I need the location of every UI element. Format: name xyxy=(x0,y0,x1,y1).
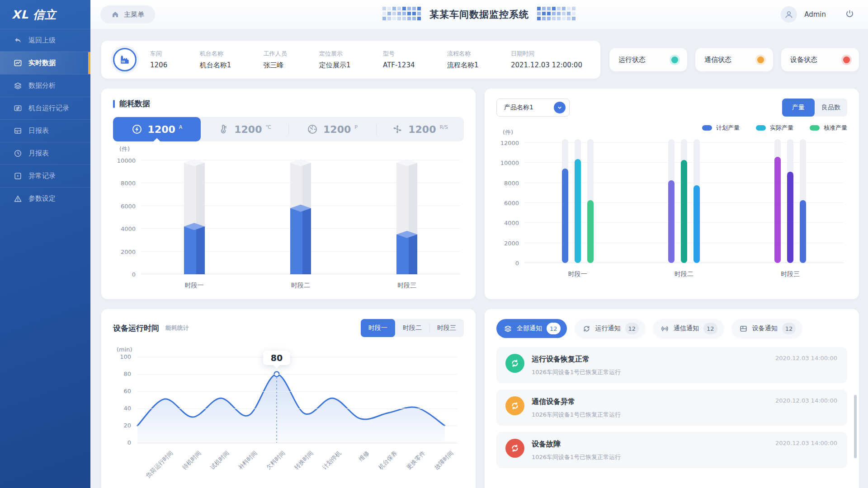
energy-tabs: 1200A1200℃1200P1200R/S xyxy=(113,117,464,141)
bar-wrap xyxy=(787,138,793,263)
notice-tab-label: 运行通知 xyxy=(595,324,621,333)
user-icon xyxy=(784,9,794,19)
x-axis-label: 时段二 xyxy=(291,282,310,290)
toggle-option-1[interactable]: 产量 xyxy=(782,99,815,117)
sidebar-item-5[interactable]: 日报表 xyxy=(0,119,90,142)
notice-scrollbar[interactable] xyxy=(854,395,857,458)
legend-item: 核准产量 xyxy=(810,124,847,132)
title-accent-bar xyxy=(113,100,115,108)
power-button[interactable] xyxy=(845,9,854,20)
notice-list: 运行设备恢复正常1026车间设备1号已恢复正常运行2020.12.03 14:0… xyxy=(496,347,847,468)
sidebar-item-6[interactable]: 月报表 xyxy=(0,142,90,164)
sidebar-item-3[interactable]: 数据分析 xyxy=(0,74,90,97)
notice-title: 运行设备恢复正常 xyxy=(532,355,621,364)
notice-count-badge: 12 xyxy=(547,323,561,334)
status-dot xyxy=(671,56,678,63)
home-icon xyxy=(111,10,119,19)
pressure-icon xyxy=(307,124,318,135)
sidebar-item-label: 异常记录 xyxy=(28,172,56,180)
info-field-5: 型号ATF-1234 xyxy=(383,50,415,70)
status-pill-3[interactable]: 设备状态 xyxy=(781,48,859,71)
y-axis-unit: (min) xyxy=(117,346,132,353)
y-axis-unit: (件) xyxy=(503,128,513,136)
legend-swatch xyxy=(756,125,766,131)
x-axis-label: 待机时间 xyxy=(180,449,203,471)
main-menu-button[interactable]: 主菜单 xyxy=(100,5,155,23)
notice-item-2[interactable]: 通信设备异常1026车间设备1号已恢复正常运行2020.12.03 14:00:… xyxy=(496,389,847,426)
notice-timestamp: 2020.12.03 14:00:00 xyxy=(775,440,837,446)
gridline xyxy=(137,374,458,375)
notice-tab-label: 全部通知 xyxy=(517,324,542,333)
x-axis-label: 时段一 xyxy=(568,270,587,278)
device-notice-icon xyxy=(739,324,748,333)
info-field-value: 1206 xyxy=(150,61,167,69)
sidebar-item-7[interactable]: 异常记录 xyxy=(0,164,90,187)
notice-status-icon xyxy=(505,396,524,415)
period-tab-2[interactable]: 时段二 xyxy=(395,319,429,337)
bar-slots xyxy=(141,155,460,274)
y-tick-label: 2000 xyxy=(496,240,519,247)
notice-body: 运行设备恢复正常1026车间设备1号已恢复正常运行 xyxy=(532,354,621,376)
energy-tab-3[interactable]: 1200P xyxy=(288,117,376,141)
sidebar-item-2[interactable]: 实时数据 xyxy=(0,52,90,74)
info-field-value: 流程名称1 xyxy=(447,61,479,70)
sidebar-item-label: 参数设定 xyxy=(28,194,56,203)
notice-status-icon xyxy=(505,439,524,458)
info-field-label: 型号 xyxy=(383,50,415,58)
analysis-layers-icon xyxy=(14,81,22,90)
energy-tab-2[interactable]: 1200℃ xyxy=(201,117,288,141)
status-pill-1[interactable]: 运行状态 xyxy=(609,48,687,71)
energy-tab-unit: ℃ xyxy=(265,124,271,130)
user-name[interactable]: Admin xyxy=(804,10,826,19)
period-tab-1[interactable]: 时段一 xyxy=(361,319,395,337)
notice-tab-4[interactable]: 设备通知12 xyxy=(732,319,802,338)
line-plot-area xyxy=(137,357,458,443)
x-axis-label: 时段一 xyxy=(185,282,204,290)
toggle-option-2[interactable]: 良品数 xyxy=(815,99,847,117)
content: 车间1206机台名称机台名称1工作人员张三峰定位展示定位展示1型号ATF-123… xyxy=(90,29,868,488)
notice-tab-2[interactable]: 运行通知12 xyxy=(575,319,646,338)
info-field-label: 机台名称 xyxy=(200,50,231,58)
main-area: 主菜单 某某车间数据监控系统 Admin xyxy=(90,0,868,488)
notice-title: 通信设备异常 xyxy=(532,397,621,407)
energy-tab-value: 1200 xyxy=(234,124,262,135)
energy-bar-chart: (件)0200040006000800010000时段一时段二时段三 xyxy=(113,155,464,291)
product-select[interactable]: 产品名称1 xyxy=(496,99,570,117)
notice-timestamp: 2020.12.03 14:00:00 xyxy=(775,355,837,361)
y-axis-unit: (件) xyxy=(119,145,130,153)
x-axis-label: 故障时间 xyxy=(433,449,455,471)
peak-tooltip: 80 xyxy=(263,351,290,365)
notice-tab-3[interactable]: 通信通知12 xyxy=(653,319,724,338)
energy-tab-1[interactable]: 1200A xyxy=(113,117,201,141)
bar-groups xyxy=(524,138,844,263)
notice-item-1[interactable]: 运行设备恢复正常1026车间设备1号已恢复正常运行2020.12.03 14:0… xyxy=(496,347,847,383)
x-axis-label: 时段三 xyxy=(397,282,416,290)
status-pill-2[interactable]: 通信状态 xyxy=(695,48,773,71)
period-tab-3[interactable]: 时段三 xyxy=(429,319,464,337)
machine-info-card: 车间1206机台名称机台名称1工作人员张三峰定位展示定位展示1型号ATF-123… xyxy=(101,41,600,79)
refresh-icon xyxy=(510,443,520,453)
energy-tab-unit: R/S xyxy=(439,124,448,130)
production-panel: 产品名称1 产量良品数 计划产量实际产量核准产量 (件)020004000600… xyxy=(485,89,859,299)
runtime-subtitle: 能耗统计 xyxy=(165,324,189,332)
info-field-value: ATF-1234 xyxy=(383,61,415,69)
info-row: 车间1206机台名称机台名称1工作人员张三峰定位展示定位展示1型号ATF-123… xyxy=(101,41,859,79)
x-axis-label: 负荷运行时间 xyxy=(144,449,175,480)
comm-notice-icon xyxy=(660,324,669,333)
fan-icon xyxy=(392,124,403,135)
info-field-7: 日期时间2021.12.03 12:00:00 xyxy=(511,50,582,70)
legend-label: 实际产量 xyxy=(770,124,793,132)
sidebar-item-8[interactable]: 参数设定 xyxy=(0,187,90,210)
run-notice-icon xyxy=(582,324,591,333)
notice-tab-1[interactable]: 全部通知12 xyxy=(496,319,567,338)
y-tick-label: 60 xyxy=(113,388,131,394)
status-label: 通信状态 xyxy=(704,56,731,64)
value-bar xyxy=(693,185,700,263)
legend-label: 核准产量 xyxy=(824,124,847,132)
sidebar-item-1[interactable]: 返回上级 xyxy=(0,29,90,52)
factory-icon xyxy=(119,54,131,66)
avatar[interactable] xyxy=(781,6,797,23)
energy-tab-4[interactable]: 1200R/S xyxy=(376,117,464,141)
sidebar-item-4[interactable]: 机台运行记录 xyxy=(0,97,90,119)
notice-item-3[interactable]: 设备故障1026车间设备1号已恢复正常运行2020.12.03 14:00:00 xyxy=(496,432,847,468)
